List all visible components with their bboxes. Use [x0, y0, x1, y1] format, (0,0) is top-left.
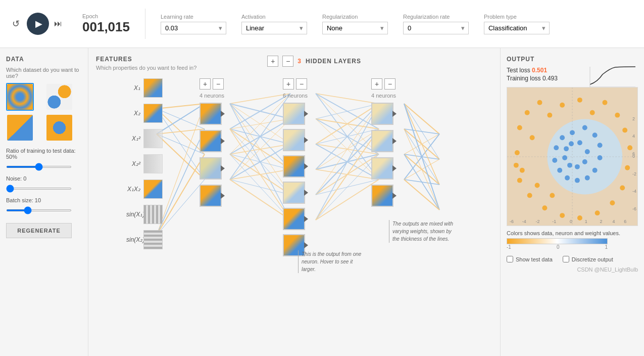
layer2-add-neuron[interactable]: +	[283, 78, 294, 90]
reg-rate-select[interactable]: 00.0010.0030.01	[403, 22, 469, 34]
dataset-xor[interactable]	[6, 114, 34, 142]
activation-select-wrapper[interactable]: LinearReLUTanhSigmoid	[241, 22, 307, 34]
dataset-spiral[interactable]	[6, 83, 34, 111]
epoch-label: Epoch	[82, 13, 130, 19]
show-test-label[interactable]: Show test data	[507, 256, 553, 262]
layer2-remove-neuron[interactable]: −	[296, 78, 307, 90]
layer1-neuron-2[interactable]	[200, 130, 222, 152]
svg-point-97	[610, 200, 615, 205]
noise-label: Noise: 0	[6, 175, 82, 182]
layer3-neuron-3[interactable]	[371, 157, 393, 180]
layer2-neuron-4[interactable]	[283, 182, 305, 204]
discretize-text: Discretize output	[572, 256, 613, 262]
noise-slider[interactable]	[6, 188, 72, 190]
layer3-controls: + −	[371, 78, 396, 90]
feature-node-sinx1[interactable]	[143, 205, 163, 224]
reg-rate-select-wrapper[interactable]: 00.0010.0030.01	[403, 22, 469, 34]
learning-rate-select[interactable]: 0.030.010.10.31	[161, 22, 226, 34]
svg-point-102	[527, 193, 532, 198]
learning-rate-select-wrapper[interactable]: 0.030.010.10.31	[161, 22, 226, 34]
layer3-add-neuron[interactable]: +	[371, 78, 382, 90]
svg-point-121	[577, 140, 582, 145]
layer3-remove-neuron[interactable]: −	[384, 78, 395, 90]
layer3-column: + − 4 neurons	[371, 78, 396, 207]
topbar: ↺ ▶ ⏭ Epoch 001,015 Learning rate 0.030.…	[0, 0, 644, 48]
add-layer-button[interactable]: +	[267, 56, 278, 67]
activation-select[interactable]: LinearReLUTanhSigmoid	[241, 22, 307, 34]
svg-point-96	[620, 186, 625, 191]
dataset-circle[interactable]	[45, 114, 73, 142]
annotation-neuron-text: This is the output from one neuron. Hove…	[302, 251, 361, 272]
annotation-neuron: This is the output from one neuron. Hove…	[298, 250, 364, 273]
problem-type-select[interactable]: ClassificationRegression	[484, 22, 550, 34]
loss-curve-svg	[587, 64, 638, 90]
layer1-add-neuron[interactable]: +	[200, 78, 211, 90]
layer3-neuron-2[interactable]	[371, 130, 393, 152]
svg-point-114	[585, 175, 590, 181]
svg-point-93	[622, 127, 627, 132]
footer-controls: Show test data Discretize output	[507, 256, 638, 262]
epoch-block: Epoch 001,015	[82, 13, 130, 35]
feature-label-x1sq: X₁²	[126, 135, 140, 142]
svg-line-11	[157, 180, 205, 235]
batch-slider[interactable]	[6, 209, 72, 211]
svg-point-113	[592, 168, 598, 173]
discretize-checkbox[interactable]	[563, 256, 569, 262]
svg-point-108	[570, 130, 575, 135]
reset-button[interactable]: ↺	[10, 16, 22, 31]
ratio-slider[interactable]	[6, 166, 72, 168]
feature-node-x1x2[interactable]	[143, 180, 163, 199]
discretize-label[interactable]: Discretize output	[563, 256, 613, 262]
dataset-grid	[6, 83, 82, 142]
center-panel: FEATURES Which properties do you want to…	[88, 48, 500, 356]
feature-node-x1[interactable]	[143, 78, 163, 98]
svg-point-95	[625, 165, 630, 170]
epoch-value: 001,015	[82, 19, 130, 35]
step-button[interactable]: ⏭	[54, 19, 62, 28]
svg-point-100	[560, 213, 565, 218]
feature-node-x1sq[interactable]	[143, 129, 163, 148]
remove-layer-button[interactable]: −	[282, 56, 293, 67]
regularization-select-wrapper[interactable]: NoneL1L2	[322, 22, 388, 34]
feature-row-x2sq: X₂²	[126, 154, 163, 173]
layer-count: 3	[298, 58, 302, 65]
regenerate-button[interactable]: REGENERATE	[6, 223, 72, 238]
neuron-arrow	[221, 165, 225, 171]
layer2-neuron-2[interactable]	[283, 129, 305, 151]
show-test-checkbox[interactable]	[507, 256, 513, 262]
problem-type-select-wrapper[interactable]: ClassificationRegression	[484, 22, 550, 34]
neuron-arrow	[392, 138, 397, 144]
svg-text:1: 1	[585, 219, 587, 224]
svg-text:2: 2	[632, 116, 635, 121]
svg-line-56	[316, 104, 379, 220]
svg-point-118	[552, 158, 557, 163]
learning-rate-label: Learning rate	[161, 14, 226, 20]
svg-line-34	[230, 180, 290, 195]
layer3-neuron-1[interactable]	[371, 103, 393, 125]
colorbar-section: Colors shows data, neuron and weight val…	[507, 230, 638, 250]
svg-point-103	[517, 178, 522, 183]
svg-point-98	[595, 210, 600, 215]
feature-node-x2[interactable]	[143, 104, 163, 123]
layer3-neurons	[371, 103, 396, 207]
layer1-neuron-1[interactable]	[200, 103, 222, 125]
layer3-neuron-4[interactable]	[371, 185, 393, 207]
annotation-output-text: The outputs are mixed with varying weigh…	[392, 221, 453, 242]
svg-point-127	[564, 146, 569, 151]
reg-rate-label: Regularization rate	[403, 14, 469, 20]
feature-row-x2: X₂	[126, 104, 163, 123]
output-vis-svg: 6 4 2 0 -2 -4 -6 -6 -4 -2 -1 0 1 2 4 6	[507, 87, 637, 226]
layer2-neuron-5[interactable]	[283, 208, 305, 230]
layer2-neuron-1[interactable]	[283, 103, 305, 125]
dataset-cluster[interactable]	[45, 83, 73, 111]
layer1-neuron-3[interactable]	[200, 157, 222, 180]
svg-point-87	[515, 150, 520, 155]
feature-node-x2sq[interactable]	[143, 154, 163, 173]
svg-text:2: 2	[600, 219, 603, 224]
layer1-remove-neuron[interactable]: −	[213, 78, 224, 90]
feature-node-sinx2[interactable]	[143, 230, 163, 249]
layer1-neuron-4[interactable]	[200, 185, 222, 207]
regularization-select[interactable]: NoneL1L2	[322, 22, 388, 34]
layer2-neuron-3[interactable]	[283, 155, 305, 177]
play-button[interactable]: ▶	[27, 13, 49, 35]
